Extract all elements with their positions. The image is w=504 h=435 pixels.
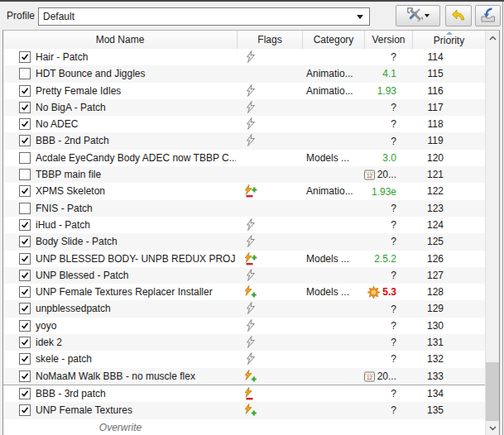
scroll-up-button[interactable] xyxy=(486,31,499,45)
mod-row[interactable]: Body Slide - Patch?125 xyxy=(3,233,485,250)
mod-row[interactable]: No BigA - Patch?117 xyxy=(3,99,485,116)
conflict-overwrite-flag-icon xyxy=(244,285,257,299)
no-conflict-flag-icon xyxy=(244,134,257,147)
mod-version: ? xyxy=(351,132,396,149)
profile-label: Profile xyxy=(7,2,35,30)
mod-checkbox-checked[interactable] xyxy=(19,219,31,231)
column-header-category[interactable]: Category xyxy=(303,31,365,49)
mod-priority-label: 122 xyxy=(412,183,458,199)
mod-row[interactable]: UNP BLESSED BODY- UNPB REDUX PROJE...Mod… xyxy=(3,251,485,267)
conflict-flag-icon xyxy=(244,302,257,315)
conflict-overwrite-flag-icon xyxy=(244,404,257,417)
overwrite-label: Overwrite xyxy=(3,419,238,435)
mod-checkbox-checked[interactable] xyxy=(19,286,31,298)
mod-name-label: yoyo xyxy=(36,318,236,334)
mod-row[interactable]: UNP Female Textures?135 xyxy=(3,402,485,418)
mod-checkbox-unchecked[interactable] xyxy=(19,203,31,214)
mod-checkbox-checked[interactable] xyxy=(19,404,31,416)
mod-row[interactable]: iHud - Patch?124 xyxy=(3,217,485,233)
mod-row[interactable]: Hair - Patch?114 xyxy=(3,49,485,65)
scrollbar-thumb[interactable] xyxy=(486,362,499,421)
conflict-flag-icon xyxy=(244,269,257,282)
mod-row[interactable]: TBBP main file 1220...121 xyxy=(3,166,485,183)
mod-checkbox-checked[interactable] xyxy=(19,353,31,365)
mod-checkbox-checked[interactable] xyxy=(19,370,31,382)
mod-row[interactable]: XPMS SkeletonAnimatio...1.93e122 xyxy=(3,183,485,199)
scroll-down-button[interactable] xyxy=(486,421,499,435)
mod-checkbox-checked[interactable] xyxy=(19,102,31,113)
mod-name-label: HDT Bounce and Jiggles xyxy=(36,65,236,82)
profile-select[interactable]: Default xyxy=(38,7,370,26)
mod-priority-label: 117 xyxy=(412,99,458,116)
mod-priority-label: 132 xyxy=(412,351,458,367)
mod-row[interactable]: UNP Blessed - Patch?127 xyxy=(3,267,485,284)
mod-row[interactable]: BBB - 3rd patch?134 xyxy=(3,385,485,402)
column-header-priority[interactable]: Priority xyxy=(413,31,485,49)
profile-selected-value: Default xyxy=(43,8,74,25)
mod-priority-label: 119 xyxy=(412,132,458,149)
mod-priority-label: 116 xyxy=(412,83,458,99)
column-header-flags[interactable]: Flags xyxy=(238,31,303,49)
mod-checkbox-checked[interactable] xyxy=(19,135,31,146)
no-conflict-flag-icon xyxy=(244,336,257,349)
conflict-mixed-flag-icon xyxy=(244,184,257,198)
mod-checkbox-checked[interactable] xyxy=(19,118,31,130)
conflict-flag-icon xyxy=(244,184,257,198)
conflict-flag-icon xyxy=(244,117,257,131)
mod-checkbox-checked[interactable] xyxy=(19,388,31,399)
mod-row[interactable]: skele - patch?132 xyxy=(3,351,485,367)
svg-text:12: 12 xyxy=(367,375,373,380)
conflict-flag-icon xyxy=(244,218,257,232)
mod-row[interactable]: FNIS - Patch?123 xyxy=(3,200,485,217)
mod-version: 1220... xyxy=(351,166,396,183)
mod-checkbox-unchecked[interactable] xyxy=(19,169,31,180)
mod-row[interactable]: No ADEC?118 xyxy=(3,116,485,132)
conflict-flag-icon xyxy=(244,101,257,114)
mod-checkbox-unchecked[interactable] xyxy=(19,152,31,164)
mod-row[interactable]: Acdale EyeCandy Body ADEC now TBBP C...M… xyxy=(3,150,485,166)
mod-version: 5.3 xyxy=(351,284,396,300)
mod-checkbox-checked[interactable] xyxy=(19,303,31,314)
mod-row[interactable]: idek 2?131 xyxy=(3,334,485,351)
no-conflict-flag-icon xyxy=(244,50,257,64)
mod-checkbox-checked[interactable] xyxy=(19,51,31,63)
mod-checkbox-checked[interactable] xyxy=(19,337,31,348)
mod-priority-label: 121 xyxy=(412,166,458,183)
mod-row[interactable]: Pretty Female IdlesAnimatio...1.93116 xyxy=(3,83,485,99)
mod-name-label: Acdale EyeCandy Body ADEC now TBBP C... xyxy=(36,150,236,166)
vertical-scrollbar[interactable] xyxy=(485,31,499,435)
mod-version: 2.5.2 xyxy=(351,251,396,267)
tools-button[interactable] xyxy=(396,5,440,26)
mod-checkbox-checked[interactable] xyxy=(19,236,31,247)
mod-priority-label: 114 xyxy=(412,49,458,65)
mod-checkbox-checked[interactable] xyxy=(19,253,31,265)
mod-name-label: Hair - Patch xyxy=(36,49,236,65)
window-right-border xyxy=(502,2,503,435)
mod-name-label: TBBP main file xyxy=(36,166,236,183)
svg-text:12: 12 xyxy=(367,173,373,179)
column-header-mod-name[interactable]: Mod Name xyxy=(3,31,238,49)
mod-row[interactable]: UNP Female Textures Replacer InstallerMo… xyxy=(3,284,485,300)
mod-row[interactable]: yoyo?130 xyxy=(3,318,485,334)
undo-button[interactable] xyxy=(445,5,472,26)
column-header-version[interactable]: Version xyxy=(365,31,413,49)
mod-checkbox-checked[interactable] xyxy=(19,320,31,332)
mod-row[interactable]: NoMaaM Walk BBB - no muscle flex 1220...… xyxy=(3,368,485,385)
mod-checkbox-checked[interactable] xyxy=(19,85,31,97)
mod-row[interactable]: BBB - 2nd Patch?119 xyxy=(3,132,485,149)
mod-priority-label: 128 xyxy=(412,284,458,300)
mod-checkbox-checked[interactable] xyxy=(19,185,31,197)
mod-checkbox-checked[interactable] xyxy=(19,270,31,281)
mod-row[interactable]: HDT Bounce and JigglesAnimatio...4.1115 xyxy=(3,65,485,82)
overwrite-row[interactable]: Overwrite xyxy=(3,419,485,435)
conflict-flag-icon xyxy=(244,319,257,332)
mod-version: ? xyxy=(351,385,396,402)
restore-backup-button[interactable] xyxy=(475,5,501,26)
mod-name-label: FNIS - Patch xyxy=(36,200,236,217)
mod-table-rows: Hair - Patch?114HDT Bounce and JigglesAn… xyxy=(3,49,485,435)
conflict-flag-icon xyxy=(244,352,257,366)
mod-checkbox-unchecked[interactable] xyxy=(19,68,31,79)
mod-priority-label: 129 xyxy=(412,300,458,317)
mod-version: 4.1 xyxy=(351,65,396,82)
mod-row[interactable]: unpblessedpatch?129 xyxy=(3,300,485,317)
